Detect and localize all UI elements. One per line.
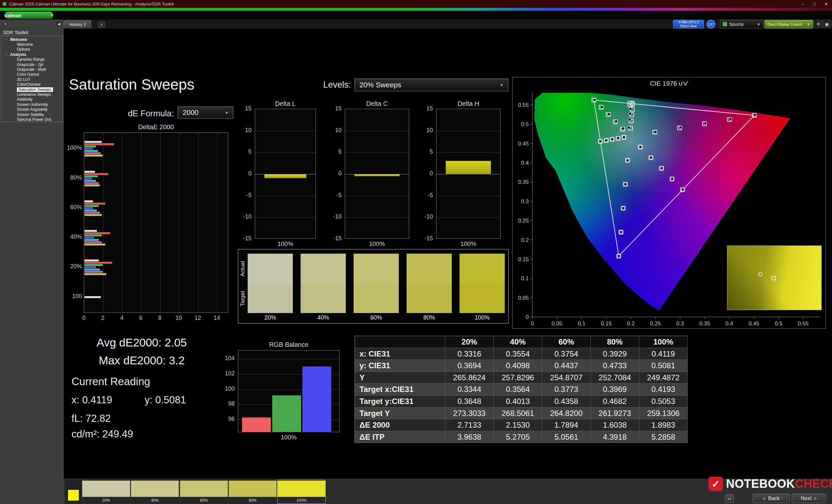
display-control-label: Direct Display Control: [767, 22, 802, 26]
next-button[interactable]: Next »: [792, 494, 826, 503]
table-row: ΔE 20002.71332.15301.78941.60381.8983: [355, 419, 688, 431]
add-tab-button[interactable]: +: [98, 22, 105, 28]
svg-text:0.2: 0.2: [627, 320, 635, 327]
table-cell: 1.6038: [591, 419, 639, 431]
collapse-icon[interactable]: -: [5, 37, 7, 42]
pattern-window-icon[interactable]: ▭: [725, 494, 734, 503]
de-bar: [84, 214, 102, 216]
x-tick-label: 0: [77, 315, 90, 321]
table-header-row: 20%40%60%80%100%: [355, 336, 688, 348]
collapse-sidebar-icon[interactable]: ◀: [56, 21, 62, 27]
sidebar-item-3d-lut[interactable]: 3D LUT: [1, 77, 62, 82]
sidebar-item-screen-stability[interactable]: Screen Stability: [1, 112, 62, 117]
y-tick-label: -5: [322, 192, 342, 199]
page-title: Saturation Sweeps: [69, 76, 194, 93]
chevron-down-icon: ▼: [500, 83, 503, 87]
calman-logo-text: calman: [4, 13, 22, 18]
rgb-balance-title: RGB Balance: [231, 341, 346, 348]
sidebar-item-spectral-power-dist-[interactable]: Spectral Power Dist.: [1, 117, 62, 122]
meter-count-badge[interactable]: 237: [706, 20, 715, 29]
patch-tile-60%[interactable]: 60%: [180, 480, 228, 503]
sidebar-item-screen-angularity[interactable]: Screen Angularity: [1, 107, 62, 112]
table-cell: 3.9638: [445, 431, 494, 443]
table-cell: 1.8983: [639, 419, 688, 431]
x-tick-label: 2: [96, 315, 109, 321]
deltae-chart: [84, 133, 228, 313]
source-color-icon: [723, 22, 727, 26]
svg-text:0.4: 0.4: [725, 320, 733, 327]
current-patch-tile[interactable]: [66, 480, 81, 503]
y-tick-label: 0: [413, 170, 433, 177]
patch-tile-40%[interactable]: 40%: [131, 480, 179, 503]
sidebar-item-dynamic-range[interactable]: Dynamic Range: [1, 57, 62, 62]
delta-l-chart: [255, 109, 316, 239]
sidebar-item-welcome[interactable]: -Welcome: [1, 37, 62, 42]
max-de2000: Max dE2000: 3.2: [74, 354, 210, 367]
patch-tile-100%[interactable]: 100%: [278, 480, 325, 503]
grid-line: [255, 217, 316, 218]
minimize-button[interactable]: –: [797, 0, 809, 8]
sidebar-item-grayscale-multi[interactable]: Grayscale - Multi: [1, 67, 62, 72]
sidebar-item-label: Screen Angularity: [17, 107, 48, 112]
table-header-cell: 20%: [445, 336, 494, 348]
table-cell: 257.8296: [494, 372, 542, 384]
table-cell: 0.3564: [494, 384, 542, 395]
sidebar-item-analysis[interactable]: -Analysis: [1, 52, 62, 57]
sidebar-item-screen-uniformity[interactable]: Screen Uniformity: [1, 102, 62, 107]
source-select[interactable]: Source ▼: [720, 20, 763, 29]
table-cell: 5.2705: [494, 431, 542, 443]
sidebar-item-grayscale-2pt[interactable]: Grayscale - 2pt: [1, 62, 62, 67]
x-tick-label: 10: [172, 315, 185, 321]
y-tick-label: 96: [215, 416, 235, 422]
back-button[interactable]: « Back: [753, 494, 790, 503]
maximize-button[interactable]: □: [809, 0, 820, 8]
svg-text:0.1: 0.1: [578, 320, 586, 327]
notebookcheck-word2: CHECK: [795, 477, 832, 491]
notebookcheck-check-icon: ✓: [708, 477, 723, 491]
sidebar-item-colorchecker[interactable]: ColorChecker: [1, 82, 62, 87]
table-row: Target x:CIE310.33440.35640.37730.39690.…: [355, 384, 688, 395]
row-label: Target y:CIE31: [355, 395, 445, 408]
app-grid-icon[interactable]: ▣: [823, 20, 831, 28]
row-label: Target x:CIE31: [355, 384, 445, 395]
patch-tile-20%[interactable]: 20%: [82, 480, 130, 503]
display-control-select[interactable]: Direct Display Control ▼: [764, 20, 813, 29]
sidebar-item-additivity[interactable]: Additivity: [1, 97, 62, 102]
sidebar-item-luminance-sweeps[interactable]: Luminance Sweeps: [1, 92, 62, 97]
table-cell: 4.3918: [591, 431, 639, 443]
sidebar-item-label: Screen Stability: [17, 112, 44, 117]
y-tick-label: 98: [215, 400, 235, 407]
y-tick-label: 10: [232, 127, 252, 134]
levels-select[interactable]: 20% Sweeps ▼: [355, 79, 508, 91]
sidebar-item-options[interactable]: Options: [1, 47, 62, 52]
y-tick-label: -15: [322, 235, 342, 242]
table-cell: 0.3694: [445, 360, 494, 372]
sidebar-item-label: Grayscale - Multi: [17, 67, 46, 72]
current-reading-y: y: 0.5081: [145, 394, 186, 406]
de-bar: [84, 237, 94, 239]
table-cell: 0.3929: [591, 348, 639, 360]
tab-history-1[interactable]: History 1: [64, 20, 91, 29]
y-tick-label: 10: [322, 127, 342, 134]
grid-line: [255, 131, 316, 131]
de-formula-label: dE Formula:: [107, 109, 174, 118]
table-cell: 1.7894: [542, 419, 591, 431]
svg-text:0.5: 0.5: [521, 121, 529, 127]
sidebar-item-saturation-sweeps[interactable]: Saturation Sweeps: [1, 87, 62, 92]
calman-logo-button[interactable]: calman ▼: [4, 12, 53, 19]
sidebar-item-color-gamut[interactable]: Color Gamut: [1, 72, 62, 77]
sidebar-item-welcome[interactable]: Welcome: [1, 42, 62, 47]
sidebar-item-label: Spectral Power Dist.: [17, 117, 52, 122]
y-tick-label: -15: [413, 235, 433, 242]
patch-tile-80%[interactable]: 80%: [229, 480, 277, 503]
meter-button[interactable]: X-Rite i1Pro 2 Direct View: [673, 20, 704, 29]
close-button[interactable]: ✕: [820, 0, 832, 8]
refresh-icon[interactable]: ↻: [2, 21, 9, 27]
swatch-label: 40%: [301, 314, 346, 321]
collapse-icon[interactable]: -: [5, 52, 7, 57]
de-formula-select[interactable]: 2000 ▼: [178, 107, 233, 118]
measurement-table: 20%40%60%80%100%x: CIE310.33160.35540.37…: [355, 336, 688, 443]
back-arrows-icon: «: [763, 496, 766, 501]
gear-icon[interactable]: ⚙: [814, 20, 822, 28]
table-cell: 0.4682: [591, 395, 639, 408]
